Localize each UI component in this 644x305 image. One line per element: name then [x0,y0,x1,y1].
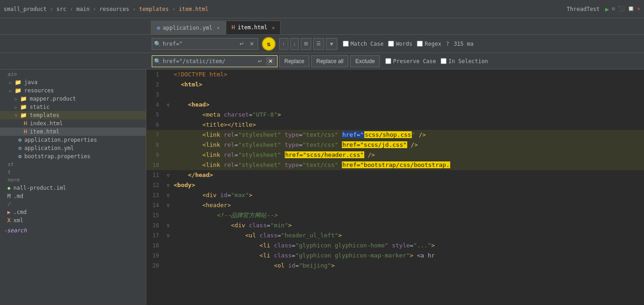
find-magnify-icon: 🔍 [154,41,161,47]
xml-icon: X [7,217,11,224]
sidebar-item-md[interactable]: M .md [0,192,146,200]
next-match-btn[interactable]: ↓ [290,38,299,50]
code-editor[interactable]: 1 <!DOCTYPE html> 2 <html> 3 [146,70,644,305]
sidebar-item-item-html[interactable]: H item.html [0,128,146,136]
iml-icon: ◆ [7,185,11,191]
swap-icon[interactable]: ⇅ [262,37,276,51]
top-bar: small_product › src › main › resources ›… [0,0,644,18]
expand-arrow-templates: ▽ [15,113,17,118]
sidebar-item-app-props[interactable]: ⚙ application.properties [0,136,146,144]
words-option[interactable]: Words [388,41,412,47]
find-input[interactable] [163,41,236,47]
sidebar-section: ain ▷ 📁 java ▷ 📁 resources ▷ 📁 mapper.pr… [0,70,146,225]
sidebar-item-app-yml[interactable]: ⚙ application.yml [0,144,146,152]
code-line-5: 5 <meta charset="UTF-8"> [146,110,644,120]
sidebar-item-index-html[interactable]: H index.html [0,119,146,128]
find-enter-btn[interactable]: ↵ [238,40,246,48]
sidebar-item-ain[interactable]: ain [0,70,146,78]
prev-match-btn[interactable]: ↑ [279,38,288,50]
tab-close-html[interactable]: ✕ [272,25,275,30]
code-lines: 1 <!DOCTYPE html> 2 <html> 3 [146,70,644,271]
in-selection-option[interactable]: In Selection [441,58,488,64]
sidebar-item-bootstrap-props[interactable]: ⚙ bootstrap.properties [0,152,146,161]
code-line-15: 15 <!--品牌官方网站--> [146,210,644,220]
match-case-checkbox[interactable] [343,41,349,47]
words-checkbox[interactable] [388,41,394,47]
code-line-2: 2 <html> [146,80,644,90]
replace-clear-btn[interactable]: ✕ [266,57,275,65]
tab-application-yml[interactable]: ⚙ application.yml ✕ [151,21,226,34]
replace-enter-btn[interactable]: ↵ [256,57,264,65]
search-bar: 🔍 ↵ ✕ ⇅ ↑ ↓ ⊞ ☰ ▼ Match Case Words Regex… [0,35,644,53]
replace-options: Preserve Case In Selection [385,58,488,64]
md-icon: M [7,193,11,199]
sidebar-label-slash: / [0,200,146,208]
sidebar-item-static[interactable]: ▷ 📁 static [0,103,146,111]
regex-option[interactable]: Regex [417,41,441,47]
multiline-btn[interactable]: ☰ [313,38,324,50]
code-line-4: 4 ▽ <head> [146,100,644,110]
sidebar-bottom-search: -search [0,225,146,235]
find-clear-btn[interactable]: ✕ [248,40,256,48]
folder-icon-resources: 📁 [15,87,21,94]
sidebar-item-cmd[interactable]: ▶ .cmd [0,208,146,216]
html-icon-item: H [24,128,27,135]
tab-item-html[interactable]: H item.html ✕ [226,21,281,34]
breadcrumb: small_product › src › main › resources ›… [4,6,208,12]
sidebar-item-resources[interactable]: ▷ 📁 resources [0,86,146,95]
expand-arrow-static: ▷ [15,105,17,110]
replace-input-wrap: 🔍 ↵ ✕ [152,55,277,67]
replace-btn[interactable]: Replace [279,55,309,67]
code-line-13: 13 ▽ <div id="max"> [146,190,644,200]
sidebar-item-mapper[interactable]: ▷ 📁 mapper.product [0,95,146,103]
tab-close-yml[interactable]: ✕ [217,25,220,30]
expand-arrow-mapper: ▷ [15,96,17,102]
code-line-3: 3 [146,90,644,100]
sidebar-label-nore: nore [0,176,146,184]
preserve-case-option[interactable]: Preserve Case [385,58,436,64]
preserve-case-checkbox[interactable] [385,58,391,64]
tab-bar: ⚙ application.yml ✕ H item.html ✕ [0,18,644,35]
main-layout: ain ▷ 📁 java ▷ 📁 resources ▷ 📁 mapper.pr… [0,70,644,305]
code-line-16: 16 ▽ <div class="min"> [146,220,644,230]
replace-bar: 🔍 ↵ ✕ Replace Replace all Exclude Preser… [0,53,644,70]
code-line-12: 12 ▽ <body> [146,180,644,190]
sidebar-label-st: st [0,161,146,168]
sidebar-label-t: t [0,168,146,176]
sidebar-item-templates[interactable]: ▽ 📁 templates [0,111,146,119]
help-btn[interactable]: ? [446,41,449,47]
folder-icon-mapper: 📁 [20,96,27,102]
code-line-7: 7 <link rel="stylesheet" type="text/css"… [146,130,644,140]
code-line-11: 11 ▽ </head> [146,170,644,180]
props-icon-app: ⚙ [18,137,21,143]
expand-arrow-resources: ▷ [9,88,12,93]
sidebar-item-java[interactable]: ▷ 📁 java [0,78,146,86]
expand-arrow-java: ▷ [9,80,12,85]
code-line-14: 14 ▽ <header> [146,200,644,210]
exclude-btn[interactable]: Exclude [350,55,380,67]
html-icon: H [232,24,235,31]
replace-input[interactable] [163,58,254,64]
code-line-17: 17 ▽ <ul class="header_ul_left"> [146,230,644,241]
sidebar: ain ▷ 📁 java ▷ 📁 resources ▷ 📁 mapper.pr… [0,70,146,305]
regex-checkbox[interactable] [417,41,423,47]
sidebar-item-iml[interactable]: ◆ nall-product.iml [0,184,146,192]
code-line-19: 19 <li class="glyphicon glyphicon-map-ma… [146,251,644,261]
filter-btn[interactable]: ▼ [326,38,337,50]
replace-magnify-icon: 🔍 [154,58,161,64]
find-all-btn[interactable]: ⊞ [301,38,311,50]
code-line-10: 10 <link rel="stylesheet" type="text/css… [146,160,644,170]
code-line-18: 18 <li class="glyphicon glyphicon-home" … [146,241,644,251]
yml-icon: ⚙ [157,25,160,31]
match-case-option[interactable]: Match Case [343,41,383,47]
sidebar-item-xml[interactable]: X xml [0,216,146,225]
html-icon-index: H [24,120,27,127]
match-count: 315 ma [454,41,474,47]
replace-all-btn[interactable]: Replace all [311,55,348,67]
code-line-1: 1 <!DOCTYPE html> [146,70,644,80]
code-line-8: 8 <link rel="stylesheet" type="text/css"… [146,140,644,150]
code-line-6: 6 <title></title> [146,120,644,130]
yml-icon-app: ⚙ [18,145,21,151]
in-selection-checkbox[interactable] [441,58,447,64]
cmd-icon: ▶ [7,209,11,215]
